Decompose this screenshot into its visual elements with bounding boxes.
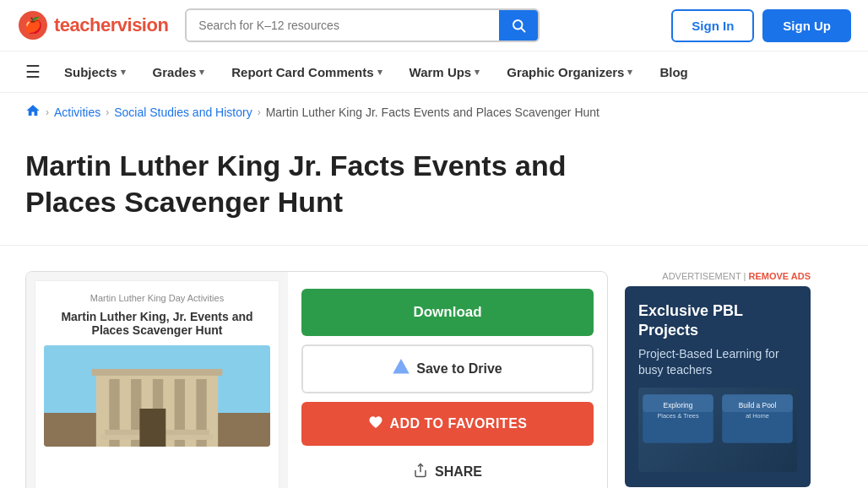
signup-button[interactable]: Sign Up [762, 9, 851, 42]
thumbnail-image [44, 345, 270, 447]
home-icon [25, 107, 41, 121]
search-button[interactable] [499, 10, 538, 41]
header: 🍎 teachervision Sign In Sign Up [0, 0, 868, 52]
grades-chevron-icon: ▾ [199, 67, 204, 78]
remove-ads-link[interactable]: REMOVE ADS [748, 271, 811, 281]
nav-item-grades[interactable]: Grades ▾ [141, 53, 217, 91]
breadcrumb-current: Martin Luther King Jr. Facts Events and … [266, 106, 599, 119]
nav-grades-label: Grades [153, 65, 197, 79]
share-button[interactable]: SHARE [301, 454, 594, 488]
auth-buttons: Sign In Sign Up [671, 9, 851, 42]
drive-icon [393, 359, 410, 379]
ad-subtitle: Project-Based Learning for busy teachers [638, 346, 797, 379]
nav-item-subjects[interactable]: Subjects ▾ [52, 53, 138, 91]
svg-rect-12 [92, 369, 223, 376]
breadcrumb-sep-1: › [46, 106, 49, 118]
add-to-favorites-label: ADD TO FAVORITES [390, 416, 528, 431]
ad-image: Exploring Places & Trees Build a Pool at… [638, 388, 797, 472]
logo-teacher: teacher [54, 14, 117, 35]
nav-item-report-card-comments[interactable]: Report Card Comments ▾ [220, 53, 393, 91]
nav-go-label: Graphic Organizers [507, 65, 624, 79]
save-to-drive-label: Save to Drive [416, 361, 502, 377]
thumbnail-title: Martin Luther King, Jr. Events and Place… [44, 310, 270, 337]
svg-text:Build a Pool: Build a Pool [739, 401, 777, 409]
subjects-chevron-icon: ▾ [121, 67, 126, 78]
search-icon [511, 18, 526, 33]
thumbnail-inner: Martin Luther King Day Activities Martin… [35, 280, 279, 488]
breadcrumb-sep-2: › [106, 106, 109, 118]
nav-rcc-label: Report Card Comments [231, 65, 373, 79]
ad-decoration: Exploring Places & Trees Build a Pool at… [638, 388, 797, 472]
resource-actions: Download Save to Drive ADD TO FAVORITES [288, 272, 607, 488]
search-input[interactable] [187, 12, 499, 39]
nav-item-warm-ups[interactable]: Warm Ups ▾ [398, 53, 492, 91]
logo-vision: vision [117, 14, 169, 35]
main-nav: ☰ Subjects ▾ Grades ▾ Report Card Commen… [0, 52, 868, 93]
breadcrumb-home[interactable] [25, 103, 41, 121]
logo-text: teachervision [54, 14, 168, 36]
svg-line-3 [522, 28, 525, 31]
signin-button[interactable]: Sign In [671, 9, 754, 42]
svg-text:at Home: at Home [746, 412, 769, 420]
breadcrumb: › Activities › Social Studies and Histor… [0, 93, 868, 131]
thumbnail-svg [44, 345, 270, 447]
ad-title: Exclusive PBL Projects [638, 301, 797, 341]
heart-icon [368, 415, 383, 433]
page-title-section: Martin Luther King Jr. Facts Events and … [0, 131, 868, 246]
rcc-chevron-icon: ▾ [377, 67, 382, 78]
nav-warmups-label: Warm Ups [410, 65, 472, 79]
page-title: Martin Luther King Jr. Facts Events and … [25, 148, 633, 220]
ad-content: Exclusive PBL Projects Project-Based Lea… [625, 286, 811, 487]
warmups-chevron-icon: ▾ [475, 67, 480, 78]
svg-rect-15 [139, 409, 165, 447]
content-area: Martin Luther King Day Activities Martin… [0, 246, 868, 488]
share-icon [413, 463, 428, 481]
svg-text:Exploring: Exploring [664, 401, 693, 409]
thumbnail-label: Martin Luther King Day Activities [90, 293, 224, 303]
breadcrumb-subject[interactable]: Social Studies and History [114, 106, 252, 119]
download-button[interactable]: Download [301, 289, 594, 336]
svg-text:🍎: 🍎 [24, 16, 43, 35]
breadcrumb-activities[interactable]: Activities [54, 106, 100, 119]
hamburger-menu[interactable]: ☰ [17, 52, 49, 92]
nav-subjects-label: Subjects [64, 65, 117, 79]
logo-icon: 🍎 [17, 9, 49, 41]
share-label: SHARE [435, 464, 482, 480]
go-chevron-icon: ▾ [627, 67, 632, 78]
resource-card: Martin Luther King Day Activities Martin… [25, 271, 608, 488]
ad-panel: ADVERTISEMENT | REMOVE ADS Exclusive PBL… [625, 271, 811, 488]
nav-item-blog[interactable]: Blog [648, 53, 699, 91]
save-to-drive-button[interactable]: Save to Drive [301, 344, 594, 393]
search-bar [185, 8, 540, 42]
ad-label: ADVERTISEMENT | REMOVE ADS [625, 271, 811, 281]
add-to-favorites-button[interactable]: ADD TO FAVORITES [301, 402, 594, 446]
breadcrumb-sep-3: › [258, 106, 261, 118]
svg-marker-16 [394, 361, 409, 373]
resource-thumbnail: Martin Luther King Day Activities Martin… [26, 272, 288, 488]
nav-item-graphic-organizers[interactable]: Graphic Organizers ▾ [495, 53, 644, 91]
svg-text:Places & Trees: Places & Trees [657, 412, 698, 420]
logo[interactable]: 🍎 teachervision [17, 9, 168, 41]
